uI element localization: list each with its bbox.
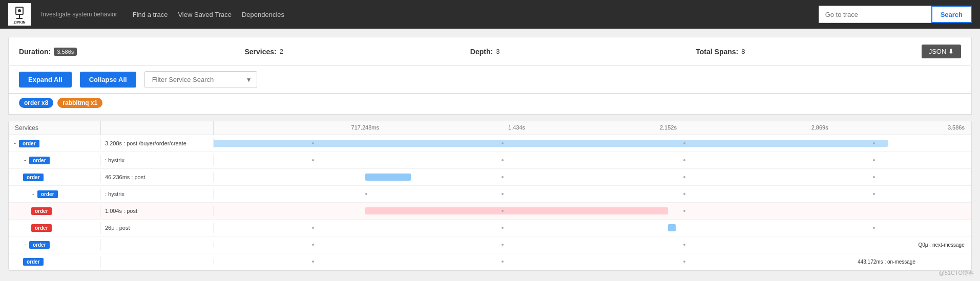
total-spans-stat: Total Spans: 8 — [696, 48, 921, 56]
nav-view-saved-trace[interactable]: View Saved Trace — [177, 9, 233, 20]
logo-text: ZIPKIN — [14, 20, 26, 24]
toggle-button[interactable]: - — [31, 190, 35, 198]
service-badge: order — [31, 224, 52, 232]
timeline-dot — [502, 210, 504, 212]
json-download-button[interactable]: JSON ⬇ — [922, 45, 961, 58]
timeline-cell — [214, 169, 971, 185]
timeline-dot — [502, 227, 504, 229]
expand-all-button[interactable]: Expand All — [19, 72, 72, 88]
timeline-dot — [502, 176, 504, 178]
toggle-button[interactable]: - — [13, 140, 17, 147]
service-badge: order — [23, 258, 44, 266]
table-row[interactable]: -order: hystrix — [9, 152, 971, 169]
timeline-dot — [312, 244, 314, 246]
goto-trace-input[interactable] — [819, 6, 931, 23]
service-badge: order — [29, 241, 50, 249]
navbar: ZIPKIN Investigate system behavior Find … — [0, 0, 980, 29]
table-row[interactable]: order26μ : post — [9, 220, 971, 236]
timeline-dot — [683, 142, 685, 144]
span-label-cell: 46.236ms : post — [101, 172, 214, 182]
service-cell: order — [9, 171, 101, 183]
service-cell: -order — [9, 155, 101, 166]
duration-value: 3.586s — [54, 48, 77, 56]
total-spans-value: 8 — [741, 48, 745, 55]
span-bar — [214, 140, 888, 147]
duration-label: Duration: — [19, 48, 51, 56]
timeline-dot — [502, 193, 504, 195]
table-row[interactable]: order46.236ms : post — [9, 169, 971, 186]
timeline-dot — [873, 159, 875, 161]
span-label-cell — [101, 243, 214, 247]
logo-box: ZIPKIN — [8, 3, 31, 26]
timeline-dot — [873, 193, 875, 195]
nav-dependencies[interactable]: Dependencies — [241, 9, 285, 20]
tags-row: order x8 rabbitmq x1 — [8, 94, 972, 115]
svg-point-1 — [18, 9, 21, 12]
span-label-cell: 1.004s : post — [101, 206, 214, 216]
main-content: Duration: 3.586s Services: 2 Depth: 3 To… — [0, 29, 980, 279]
timeline-dot — [683, 159, 685, 161]
collapse-all-button[interactable]: Collapse All — [80, 72, 136, 88]
navbar-links: Find a trace View Saved Trace Dependenci… — [132, 9, 285, 20]
nav-find-trace[interactable]: Find a trace — [132, 9, 169, 20]
trace-rows-container: -order3.208s : post /buyer/order/create-… — [9, 135, 971, 270]
tick-1: 717.248ms — [351, 124, 379, 131]
search-button[interactable]: Search — [931, 6, 972, 23]
table-row[interactable]: -order3.208s : post /buyer/order/create — [9, 135, 971, 152]
service-cell: order — [9, 222, 101, 234]
table-row[interactable]: order1.004s : post — [9, 203, 971, 220]
tick-3: 2.152s — [660, 124, 677, 131]
timeline-dot — [312, 142, 314, 144]
controls-row: Expand All Collapse All Filter Service S… — [8, 66, 972, 94]
toggle-button[interactable]: - — [23, 157, 27, 164]
stats-bar: Duration: 3.586s Services: 2 Depth: 3 To… — [8, 37, 972, 66]
duration-stat: Duration: 3.586s — [19, 48, 244, 56]
table-row[interactable]: -order: hystrix — [9, 186, 971, 203]
timeline-cell — [214, 152, 971, 168]
service-badge: order — [29, 157, 50, 164]
toggle-button[interactable]: - — [23, 241, 27, 248]
service-badge: order — [19, 140, 39, 147]
timeline-dot — [873, 176, 875, 178]
timeline-dot — [502, 261, 504, 263]
service-cell: order — [9, 205, 101, 217]
services-col-header: Services — [9, 121, 101, 135]
service-cell: -order — [9, 239, 101, 251]
timeline-dot — [873, 227, 875, 229]
service-cell: order — [9, 256, 101, 268]
watermark: @51CTO博客 — [939, 269, 974, 277]
depth-stat: Depth: 3 — [470, 48, 696, 56]
service-cell: -order — [9, 188, 101, 200]
total-spans-label: Total Spans: — [696, 48, 738, 56]
span-bar — [668, 224, 676, 231]
navbar-right: Search — [819, 6, 972, 23]
logo: ZIPKIN — [8, 3, 31, 26]
timeline-dot — [683, 176, 685, 178]
service-cell: -order — [9, 138, 101, 149]
timeline-ticks: 717.248ms 1.434s 2.152s 2.869s 3.586s — [214, 121, 971, 135]
depth-value: 3 — [496, 48, 499, 55]
timeline-dot — [365, 193, 367, 195]
service-badge: order — [37, 190, 58, 198]
span-label-col-header — [101, 121, 214, 135]
span-label-cell: 26μ : post — [101, 223, 214, 233]
span-label-cell — [101, 260, 214, 264]
tag-rabbitmq[interactable]: rabbitmq x1 — [57, 98, 102, 108]
tick-2: 1.434s — [508, 124, 525, 131]
services-label: Services: — [244, 48, 276, 56]
json-btn-container: JSON ⬇ — [922, 45, 961, 58]
filter-service-select[interactable]: Filter Service Search — [144, 71, 257, 88]
timeline-dot — [312, 159, 314, 161]
stats-row: Duration: 3.586s Services: 2 Depth: 3 To… — [19, 45, 961, 58]
services-stat: Services: 2 — [244, 48, 470, 56]
tag-order[interactable]: order x8 — [19, 98, 53, 108]
table-row[interactable]: -orderQ0μ : next-message — [9, 236, 971, 253]
timeline-dot — [683, 244, 685, 246]
table-row[interactable]: order443.172ms : on-message — [9, 253, 971, 270]
timeline-dot — [312, 227, 314, 229]
depth-label: Depth: — [470, 48, 493, 56]
timeline-dot — [502, 142, 504, 144]
service-badge: order — [23, 174, 44, 181]
filter-service-dropdown[interactable]: Filter Service Search ▼ — [144, 71, 257, 88]
timeline-cell — [214, 220, 971, 236]
